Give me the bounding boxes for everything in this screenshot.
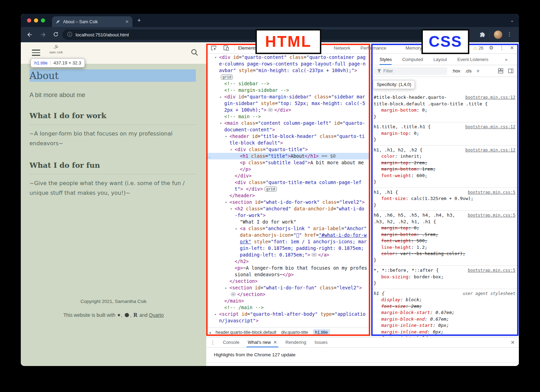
dom-tree-line[interactable]: ▾<header id="title-block-header" class="… [206, 133, 370, 146]
dom-tree-line[interactable]: ▾<div class="quarto-title"> [206, 146, 370, 153]
more-tabs-chevron-icon[interactable]: » [505, 54, 507, 65]
breadcrumb-item[interactable]: header.quarto-title-block.default [216, 330, 276, 335]
expand-arrow-icon[interactable]: ▸ [225, 285, 227, 291]
drawer-tab-close-icon[interactable]: ✕ [273, 340, 277, 345]
issues-indicator[interactable]: ⚠ 26 [473, 45, 484, 51]
css-property[interactable]: display: block; [374, 297, 515, 303]
drawer-menu-icon[interactable]: ⋮ [210, 337, 215, 347]
css-property[interactable]: box-sizing: border-box; [374, 274, 515, 280]
quarto-link[interactable]: Quarto [149, 312, 164, 318]
css-property[interactable]: margin-inline-start: 0px; [374, 322, 515, 329]
dom-tree-line[interactable]: ▸<script id="quarto-html-after-body" typ… [206, 311, 370, 324]
style-rule[interactable]: bootstrap.min.css:12#title-block-header.… [370, 93, 519, 122]
dom-tree-line[interactable]: ▸<section id="what-i-do-for-fun" class="… [206, 285, 370, 298]
style-rule[interactable]: bootstrap.min.css:5*, *::before, *::afte… [370, 266, 519, 289]
drawer-tab-issues[interactable]: Issues [310, 337, 332, 347]
collapse-arrow-icon[interactable]: ▾ [230, 206, 232, 212]
browser-menu-icon[interactable]: ⋮ [507, 31, 513, 37]
dom-tree-line[interactable]: ▾<section id="what-i-do-for-work" class=… [206, 199, 370, 206]
style-rule[interactable]: bootstrap.min.css:5h6, .h6, h5, .h5, h4,… [370, 211, 519, 266]
css-property[interactable]: color: var(--bs-heading-color); [374, 251, 515, 257]
devtools-tab-elements[interactable]: Elements [238, 42, 257, 53]
css-property[interactable]: color: inherit; [374, 153, 515, 160]
site-logo[interactable]: sam csik [46, 44, 66, 54]
collapse-arrow-icon[interactable]: ▾ [230, 146, 232, 153]
styles-tab-event-listeners[interactable]: Event Listeners [457, 54, 488, 65]
dom-tree-line[interactable]: <!-- margin-sidebar --> [206, 87, 370, 94]
css-property[interactable]: line-height: 1.2; [374, 244, 515, 251]
new-style-rule-button[interactable]: + [476, 68, 479, 74]
style-filter-input[interactable]: Filter [374, 67, 447, 75]
extensions-icon[interactable] [479, 32, 486, 39]
dom-tree-line[interactable]: ‥<h1 class="title">About</h1> == $0 [206, 153, 370, 159]
breadcrumb-item[interactable]: h1.title [313, 329, 330, 336]
drawer-tab-console[interactable]: Console [219, 337, 244, 347]
hamburger-menu-icon[interactable] [32, 50, 40, 58]
forward-button[interactable] [40, 31, 46, 40]
stylesheet-link[interactable]: bootstrap.min.css:12 [465, 94, 516, 101]
style-rule[interactable]: user agent stylesheeth1 {display: block;… [370, 289, 519, 337]
r-logo-icon[interactable]: R [133, 312, 138, 318]
expand-arrow-icon[interactable]: ▸ [220, 94, 222, 100]
dom-tree-line[interactable]: ▾<h2 class="anchored" data-anchor-id="wh… [206, 206, 370, 219]
style-rule[interactable]: bootstrap.min.css:5h1, .h1 {font-size: c… [370, 188, 519, 211]
dom-tree-line[interactable]: <p>~A longer-form bio that focuses on my… [206, 265, 370, 278]
site-info-icon[interactable]: ⓘ [67, 32, 72, 38]
settings-gear-icon[interactable]: ⚙ [489, 45, 494, 51]
tab-search-chevron-icon[interactable]: ⌄ [510, 18, 514, 23]
css-property[interactable]: margin-top: 0; [374, 225, 515, 232]
css-property[interactable]: margin-bottom: .5rem; [374, 232, 515, 238]
breadcrumb-item[interactable]: div.quarto-title [281, 330, 308, 335]
stylesheet-link[interactable]: bootstrap.min.css:5 [468, 212, 515, 219]
dom-tree-line[interactable]: </header> [206, 192, 370, 199]
computed-panel-icon[interactable] [508, 68, 513, 73]
back-button[interactable] [26, 31, 33, 40]
new-tab-button[interactable]: + [137, 17, 141, 24]
stylesheet-link[interactable]: bootstrap.min.css:12 [465, 124, 516, 130]
dom-tree-line[interactable]: <div class="quarto-title-meta column-pag… [206, 179, 370, 192]
css-property[interactable]: font-weight: 600; [374, 173, 515, 179]
inspect-element-button[interactable] [210, 45, 217, 53]
collapse-arrow-icon[interactable]: ▾ [215, 54, 217, 61]
stylesheet-link[interactable]: bootstrap.min.css:12 [465, 147, 516, 154]
search-icon[interactable] [190, 48, 199, 58]
minimize-window-button[interactable] [34, 18, 38, 23]
breadcrumb-scroll-left-icon[interactable]: ◂ [209, 331, 211, 334]
dom-tree-line[interactable]: </h2> [206, 258, 370, 265]
css-property[interactable]: margin-bottom: 0; [374, 107, 515, 114]
stylesheet-link[interactable]: bootstrap.min.css:5 [468, 189, 515, 196]
css-property[interactable]: font-weight: bold; [374, 335, 515, 337]
collapse-arrow-icon[interactable]: ▾ [225, 133, 227, 140]
dom-tree-line[interactable]: ▸<a class="anchorjs-link " aria-label="A… [206, 225, 370, 258]
css-property[interactable]: margin-inline-end: 0px; [374, 329, 515, 336]
stylesheet-link[interactable]: bootstrap.min.css:5 [468, 267, 515, 274]
zoom-window-button[interactable] [41, 18, 45, 23]
close-window-button[interactable] [27, 18, 31, 23]
dom-tree-line[interactable]: </div> [206, 173, 370, 179]
css-property[interactable]: margin-top: 2rem; [374, 160, 515, 166]
profile-avatar[interactable] [494, 31, 502, 39]
dom-tree-line[interactable]: <!-- /main --> [206, 304, 370, 311]
collapse-arrow-icon[interactable]: ▾ [225, 199, 227, 206]
css-property[interactable]: font-size: 2em; [374, 303, 515, 310]
pseudo-state-toggle[interactable]: :hov [452, 69, 460, 73]
css-property[interactable]: font-size: calc(1.325rem + 0.9vw); [374, 195, 515, 202]
dom-tree-line[interactable]: ▾<div id="quarto-content" class="quarto-… [206, 54, 370, 80]
styles-tab-computed[interactable]: Computed [402, 54, 423, 65]
devtools-tab-memory[interactable]: Memory [406, 42, 422, 53]
css-property[interactable]: margin-block-start: 0.67em; [374, 310, 515, 316]
devtools-menu-icon[interactable]: ⋮ [499, 45, 504, 51]
grid-overlay-icon[interactable] [498, 68, 503, 73]
dom-tree-line[interactable]: ▸<div id="quarto-margin-sidebar" class="… [206, 94, 370, 113]
dom-tree-line[interactable]: <!-- main --> [206, 113, 370, 120]
style-rule[interactable]: bootstrap.min.css:12h1.title, .title.h1 … [370, 122, 519, 146]
drawer-tab-what-s-new[interactable]: What's new✕ [244, 337, 281, 347]
dom-tree-line[interactable]: ▾<main class="content column-page-left" … [206, 120, 370, 133]
reload-button[interactable] [53, 31, 59, 39]
dom-tree-line[interactable]: <p class="subtitle lead">A bit more abou… [206, 159, 370, 173]
css-property[interactable]: font-weight: 500; [374, 238, 515, 244]
device-toolbar-button[interactable] [223, 45, 229, 53]
dom-tree-line[interactable]: <!-- sidebar --> [206, 80, 370, 87]
collapse-arrow-icon[interactable]: ▾ [220, 120, 222, 127]
browser-tab[interactable]: About – Sam Csik ✕ [52, 16, 132, 27]
